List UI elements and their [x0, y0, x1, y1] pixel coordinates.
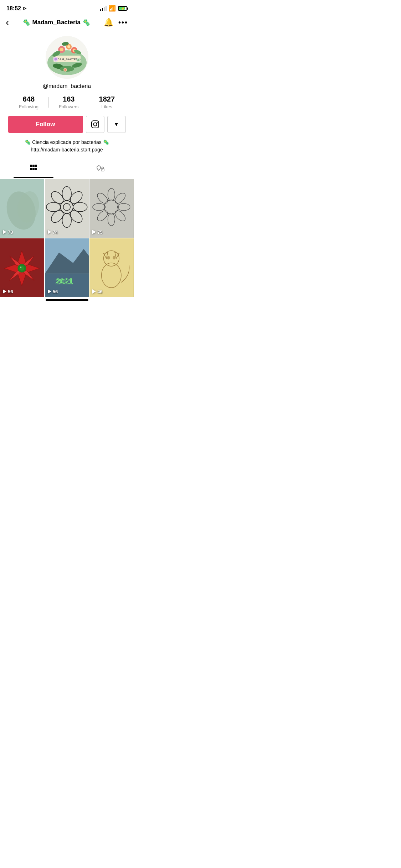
play-icon-6 — [92, 289, 96, 294]
signal-bar-1 — [100, 9, 101, 11]
dropdown-button[interactable]: ▼ — [107, 116, 126, 133]
thumb-image-1 — [0, 179, 44, 238]
svg-point-7 — [67, 45, 70, 48]
video-thumb-1[interactable]: 73 — [0, 179, 44, 238]
thumb-image-3 — [89, 179, 134, 238]
avatar-image: MADAM_BACTERIA — [46, 36, 88, 79]
svg-point-15 — [60, 66, 74, 72]
followers-stat[interactable]: 163 Followers — [49, 95, 89, 109]
avatar: MADAM_BACTERIA — [46, 36, 88, 79]
svg-point-23 — [93, 123, 97, 126]
svg-rect-28 — [30, 168, 32, 170]
instagram-icon — [91, 120, 99, 129]
status-time: 18:52 ⊳ — [6, 5, 27, 12]
username: @madam_bacteria — [43, 83, 91, 89]
svg-text:2021: 2021 — [56, 277, 73, 286]
video-thumb-6[interactable]: 46 — [89, 238, 134, 297]
nav-title: 🦠 Madam_Bacteria 🦠 — [23, 19, 90, 26]
svg-point-17 — [54, 58, 57, 61]
title-emoji-right: 🦠 — [83, 19, 90, 26]
svg-point-68 — [19, 266, 24, 271]
thumb-image-2 — [45, 179, 89, 238]
count-label-1: 73 — [8, 229, 13, 235]
video-count-6: 46 — [92, 289, 102, 294]
grid-icon — [30, 164, 37, 174]
tabs-row — [0, 159, 134, 178]
video-grid: 73 74 — [0, 179, 134, 297]
svg-rect-48 — [89, 179, 134, 238]
follow-button[interactable]: Follow — [8, 116, 83, 133]
svg-rect-27 — [35, 165, 37, 167]
heart-lock-icon — [96, 164, 105, 174]
battery-icon: ⚡ — [118, 6, 127, 11]
thumb-image-5: 2021 — [45, 238, 89, 297]
play-icon-4 — [3, 289, 6, 294]
instagram-button[interactable] — [86, 116, 104, 133]
video-count-1: 73 — [3, 229, 13, 235]
profile-title: Madam_Bacteria — [32, 19, 81, 26]
bio-link[interactable]: http://madam-bacteria.start.page — [7, 146, 127, 154]
video-thumb-5[interactable]: 2021 56 — [45, 238, 89, 297]
title-emoji-left: 🦠 — [23, 19, 30, 26]
following-stat[interactable]: 648 Following — [9, 95, 48, 109]
count-label-5: 56 — [53, 289, 58, 294]
likes-stat[interactable]: 1827 Likes — [89, 95, 125, 109]
tab-videos[interactable] — [0, 159, 67, 178]
svg-rect-22 — [92, 121, 99, 128]
bio-text: 🦠 Ciencia explicada por bacterias 🦠 — [7, 139, 127, 146]
stats-row: 648 Following 163 Followers 1827 Likes — [7, 95, 127, 109]
svg-point-69 — [20, 267, 21, 268]
video-count-2: 74 — [48, 229, 58, 235]
svg-point-32 — [102, 170, 103, 170]
profile-section: MADAM_BACTERIA @madam_bacteria — [0, 32, 134, 139]
nav-actions: 🔔 ••• — [104, 18, 128, 27]
video-count-5: 56 — [48, 289, 58, 294]
following-count: 648 — [23, 95, 35, 103]
chevron-down-icon: ▼ — [114, 122, 119, 127]
svg-rect-75 — [89, 238, 134, 297]
likes-count: 1827 — [99, 95, 115, 103]
nav-bar: ‹ 🦠 Madam_Bacteria 🦠 🔔 ••• — [0, 14, 134, 32]
svg-rect-26 — [32, 165, 35, 167]
signal-bar-3 — [104, 7, 105, 11]
tab-liked[interactable] — [67, 159, 134, 178]
svg-point-24 — [97, 122, 97, 123]
play-icon-5 — [48, 289, 51, 294]
svg-point-19 — [77, 59, 79, 61]
bell-icon[interactable]: 🔔 — [104, 18, 113, 27]
count-label-2: 74 — [53, 229, 58, 235]
count-label-6: 46 — [97, 289, 102, 294]
bottom-bar — [0, 297, 134, 304]
video-count-3: 75 — [92, 229, 102, 235]
video-thumb-2[interactable]: 74 — [45, 179, 89, 238]
video-thumb-4[interactable]: 56 — [0, 238, 44, 297]
svg-rect-25 — [30, 165, 32, 167]
signal-icon — [100, 6, 107, 11]
count-label-4: 56 — [8, 289, 13, 294]
svg-rect-30 — [35, 168, 37, 170]
wifi-icon: 📶 — [109, 5, 116, 12]
svg-point-5 — [60, 48, 63, 51]
svg-point-80 — [107, 256, 110, 259]
svg-point-81 — [113, 256, 116, 259]
svg-point-21 — [64, 69, 66, 71]
play-icon-3 — [92, 230, 96, 234]
count-label-3: 75 — [97, 229, 102, 235]
svg-rect-37 — [45, 179, 89, 238]
followers-label: Followers — [59, 104, 79, 109]
svg-rect-29 — [32, 168, 35, 170]
video-thumb-3[interactable]: 75 — [89, 179, 134, 238]
status-bar: 18:52 ⊳ 📶 ⚡ — [0, 0, 134, 14]
time-display: 18:52 — [6, 5, 21, 12]
following-label: Following — [19, 104, 38, 109]
bio-section: 🦠 Ciencia explicada por bacterias 🦠 http… — [0, 139, 134, 159]
play-icon-1 — [3, 230, 6, 234]
action-row: Follow ▼ — [7, 116, 127, 133]
location-icon: ⊳ — [23, 6, 27, 11]
back-button[interactable]: ‹ — [6, 17, 9, 28]
home-indicator — [46, 299, 88, 301]
signal-bar-2 — [102, 8, 103, 11]
followers-count: 163 — [63, 95, 74, 103]
more-menu-button[interactable]: ••• — [118, 19, 128, 27]
video-count-4: 56 — [3, 289, 13, 294]
